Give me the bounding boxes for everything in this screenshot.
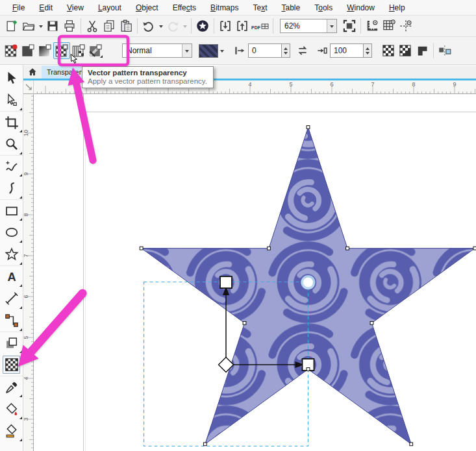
- smart-fill-tool[interactable]: [0, 420, 23, 442]
- foreground-opacity-spinner[interactable]: [282, 43, 290, 58]
- svg-text:8: 8: [412, 81, 415, 88]
- menu-edit[interactable]: Edit: [32, 1, 60, 15]
- star-node[interactable]: [346, 247, 349, 250]
- no-transparency-button[interactable]: [3, 42, 19, 59]
- search-content-button[interactable]: [194, 18, 211, 34]
- all-transparency-button[interactable]: [380, 42, 397, 59]
- freehand-tool[interactable]: [0, 155, 23, 177]
- show-rulers-button[interactable]: [364, 18, 381, 34]
- shape-tool[interactable]: [0, 89, 23, 111]
- merge-mode-combobox[interactable]: Normal: [122, 43, 192, 58]
- transparency-picker-swatch[interactable]: [199, 44, 218, 58]
- tooltip: Vector pattern transparency Apply a vect…: [82, 66, 214, 88]
- print-icon: [63, 19, 76, 32]
- transparency-picker-dropdown[interactable]: [218, 42, 225, 59]
- redo-button[interactable]: [164, 18, 181, 34]
- publish-to-pdf-button[interactable]: PDF: [251, 18, 270, 34]
- menu-text[interactable]: Text: [245, 1, 274, 15]
- drawing-canvas[interactable]: [34, 94, 476, 451]
- menu-object[interactable]: Object: [129, 1, 166, 15]
- uniform-transparency-button[interactable]: [19, 42, 36, 59]
- interactive-fill-tool[interactable]: [0, 398, 23, 420]
- crop-tool-icon: [5, 116, 19, 130]
- crop-tool[interactable]: [0, 111, 23, 133]
- vector-pattern-transparency-button[interactable]: [53, 42, 70, 59]
- show-guidelines-button[interactable]: [397, 18, 414, 34]
- undo-dropdown[interactable]: [157, 18, 164, 34]
- star-node[interactable]: [410, 443, 413, 446]
- paste-button[interactable]: [118, 18, 134, 34]
- pattern-center-handle[interactable]: [303, 278, 313, 287]
- curve-tool[interactable]: [0, 177, 23, 199]
- star-node[interactable]: [370, 321, 373, 324]
- menu-window[interactable]: Window: [340, 1, 382, 15]
- menu-bitmaps[interactable]: Bitmaps: [203, 1, 245, 15]
- star-node[interactable]: [243, 321, 246, 324]
- export-button[interactable]: [234, 18, 251, 34]
- transparency-top-handle[interactable]: [220, 276, 232, 288]
- uniform-transparency-icon: [21, 44, 34, 57]
- svg-text:A: A: [7, 270, 16, 284]
- transparency-picker[interactable]: [199, 44, 218, 58]
- ellipse-tool[interactable]: [0, 221, 23, 243]
- fullscreen-preview-button[interactable]: [341, 18, 358, 34]
- menu-view[interactable]: View: [60, 1, 91, 15]
- drop-shadow-tool[interactable]: [0, 332, 23, 354]
- zoom-level-combobox[interactable]: 62%: [280, 19, 337, 33]
- open-button[interactable]: [20, 18, 37, 34]
- fountain-transparency-button[interactable]: [36, 42, 53, 59]
- rectangle-tool[interactable]: [0, 199, 23, 221]
- menu-effects[interactable]: Effects: [166, 1, 203, 15]
- star-node[interactable]: [140, 247, 143, 250]
- pick-tool[interactable]: [0, 67, 23, 89]
- pdf-icon-label: PDF: [251, 25, 260, 30]
- star-node[interactable]: [307, 126, 310, 129]
- star-node[interactable]: [268, 247, 271, 250]
- menu-tools[interactable]: Tools: [307, 1, 340, 15]
- polygon-tool[interactable]: [0, 243, 23, 265]
- merge-mode-dropdown[interactable]: [182, 44, 192, 57]
- transparency-tool[interactable]: [0, 354, 23, 376]
- menu-file[interactable]: File: [5, 1, 32, 15]
- fullscreen-preview-icon: [343, 19, 356, 32]
- svg-text:9: 9: [23, 172, 29, 175]
- swap-opacity-button[interactable]: [294, 42, 311, 59]
- undo-button[interactable]: [140, 18, 157, 34]
- background-opacity-input[interactable]: 100: [330, 43, 364, 58]
- eyedropper-tool[interactable]: [0, 376, 23, 398]
- vertical-ruler[interactable]: 109876543: [23, 94, 34, 451]
- foreground-opacity-input[interactable]: 0: [248, 43, 282, 58]
- save-button[interactable]: [44, 18, 61, 34]
- ruler-origin[interactable]: [23, 80, 34, 94]
- dimension-tool[interactable]: [0, 287, 23, 310]
- edit-transparency-button[interactable]: [436, 42, 453, 59]
- document-tab[interactable]: Transparen: [42, 66, 86, 79]
- svg-text:7: 7: [371, 81, 374, 88]
- zoom-tool-icon: [5, 137, 19, 151]
- outline-transparency-icon: [416, 44, 429, 57]
- star-node[interactable]: [473, 247, 476, 250]
- menu-help[interactable]: Help: [382, 1, 412, 15]
- star-node[interactable]: [203, 443, 207, 446]
- bitmap-pattern-transparency-button[interactable]: [70, 42, 87, 59]
- home-icon[interactable]: [26, 66, 39, 78]
- import-button[interactable]: [217, 18, 234, 34]
- outline-transparency-button[interactable]: [414, 42, 431, 59]
- fill-transparency-button[interactable]: [397, 42, 414, 59]
- redo-dropdown[interactable]: [181, 18, 188, 34]
- show-grid-button[interactable]: [381, 18, 397, 34]
- zoom-level-dropdown[interactable]: [327, 19, 336, 32]
- zoom-tool[interactable]: [0, 133, 23, 155]
- print-button[interactable]: [61, 18, 78, 34]
- connector-tool[interactable]: [0, 310, 23, 332]
- star-node[interactable]: [307, 368, 310, 371]
- text-tool[interactable]: A: [0, 265, 23, 287]
- background-opacity-spinner[interactable]: [364, 43, 372, 58]
- texture-transparency-button[interactable]: [87, 42, 104, 59]
- open-dropdown[interactable]: [37, 18, 44, 34]
- menu-layout[interactable]: Layout: [91, 1, 129, 15]
- cut-button[interactable]: [84, 18, 101, 34]
- menu-table[interactable]: Table: [275, 1, 308, 15]
- copy-button[interactable]: [101, 18, 118, 34]
- new-document-button[interactable]: [3, 18, 20, 34]
